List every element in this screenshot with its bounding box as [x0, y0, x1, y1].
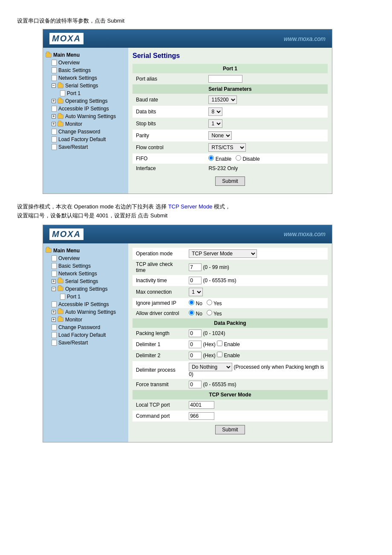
delimiter1-input[interactable]	[189, 341, 202, 348]
port-alias-row: Port alias	[133, 73, 328, 84]
ignore-jammed-yes-radio[interactable]	[207, 300, 212, 305]
sidebar-accessible-ip-2[interactable]: Accessible IP Settings	[43, 301, 128, 308]
delimiter2-cell: (Hex) Enable	[185, 350, 328, 361]
baud-rate-label: Baud rate	[133, 94, 205, 106]
sidebar-main-menu-2: Main Menu	[43, 247, 128, 254]
sidebar-network-settings-1[interactable]: Network Settings	[43, 74, 128, 82]
basic-settings-label-2: Basic Settings	[58, 263, 91, 269]
sidebar-port1-2[interactable]: Port 1	[43, 293, 128, 301]
serial-expand-icon-1[interactable]: −	[52, 84, 56, 88]
save-restart-label-1: Save/Restart	[58, 144, 88, 150]
sidebar-auto-warning-2[interactable]: + Auto Warning Settings	[43, 308, 128, 316]
accessible-ip-label-1: Accessible IP Settings	[58, 106, 109, 112]
network-settings-icon-2	[52, 271, 57, 277]
sidebar-network-settings-2[interactable]: Network Settings	[43, 270, 128, 278]
operating-expand-icon-2[interactable]: −	[52, 287, 56, 291]
max-conn-cell: 1 2 3 4	[185, 286, 328, 298]
ignore-jammed-label: Ignore jammed IP	[133, 298, 185, 308]
local-tcp-cell	[185, 399, 328, 410]
sidebar-operating-settings-1[interactable]: + Operating Settings	[43, 97, 128, 105]
delimiter2-input[interactable]	[189, 352, 202, 359]
monitor-expand-2[interactable]: +	[52, 318, 56, 322]
command-port-input[interactable]	[189, 412, 214, 420]
port1-icon-1	[60, 90, 65, 96]
sidebar-monitor-1[interactable]: + Monitor	[43, 120, 128, 128]
port1-label-2: Port 1	[67, 294, 81, 300]
network-settings-icon-1	[52, 75, 57, 81]
auto-warning-expand-1[interactable]: +	[52, 114, 56, 119]
inactivity-input[interactable]	[189, 277, 202, 284]
port-alias-label: Port alias	[133, 73, 205, 84]
panel1-submit-button[interactable]: Submit	[215, 176, 245, 186]
packing-length-row: Packing length (0 - 1024)	[133, 328, 328, 339]
flow-control-cell: RTS/CTS None XON/XOFF	[205, 142, 328, 153]
delim-process-label: Delimiter process	[133, 361, 185, 379]
monitor-expand-1[interactable]: +	[52, 122, 56, 126]
fifo-enable-radio[interactable]	[208, 155, 214, 161]
stop-bits-cell: 1 2	[205, 118, 328, 130]
sidebar-serial-settings-1[interactable]: − Serial Settings	[43, 82, 128, 90]
fifo-label: FIFO	[133, 153, 205, 164]
sidebar-serial-settings-2[interactable]: + Serial Settings	[43, 278, 128, 285]
sidebar-load-factory-1[interactable]: Load Factory Default	[43, 136, 128, 143]
sidebar-basic-settings-2[interactable]: Basic Settings	[43, 262, 128, 270]
sidebar-load-factory-2[interactable]: Load Factory Default	[43, 331, 128, 339]
auto-warning-label-2: Auto Warning Settings	[65, 309, 116, 315]
ignore-jammed-no-radio[interactable]	[189, 300, 194, 305]
auto-warning-folder-2	[58, 309, 63, 314]
monitor-label-1: Monitor	[65, 121, 82, 127]
packing-length-input[interactable]	[189, 330, 202, 337]
max-conn-row: Max connection 1 2 3 4	[133, 286, 328, 298]
main-menu-icon-1	[46, 53, 52, 58]
port1-icon-2	[60, 294, 65, 300]
delimiter1-enable-checkbox[interactable]	[217, 341, 222, 346]
change-password-icon-1	[52, 129, 57, 135]
sidebar-operating-settings-2[interactable]: − Operating Settings	[43, 285, 128, 293]
sidebar-monitor-2[interactable]: + Monitor	[43, 316, 128, 324]
interface-label: Interface	[133, 164, 205, 173]
sidebar-accessible-ip-1[interactable]: Accessible IP Settings	[43, 105, 128, 113]
allow-driver-yes-radio[interactable]	[207, 310, 212, 315]
ignore-jammed-no-label: No	[196, 301, 202, 306]
intro-text-1: 设置串口设备的波特率等参数，点击 Submit	[17, 17, 375, 25]
fifo-row: FIFO Enable Disable	[133, 153, 328, 164]
delimiter2-row: Delimiter 2 (Hex) Enable	[133, 350, 328, 361]
parity-select[interactable]: None Even Odd	[208, 131, 232, 140]
fifo-disable-label: Disable	[243, 156, 260, 162]
main-menu-icon-2	[46, 248, 52, 253]
change-password-icon-2	[52, 324, 57, 330]
local-tcp-input[interactable]	[189, 401, 214, 409]
packing-length-unit: (0 - 1024)	[203, 330, 225, 336]
force-transmit-input[interactable]	[189, 381, 202, 388]
sidebar-basic-settings-1[interactable]: Basic Settings	[43, 66, 128, 74]
flow-control-select[interactable]: RTS/CTS None XON/XOFF	[208, 143, 246, 152]
sidebar-save-restart-1[interactable]: Save/Restart	[43, 143, 128, 151]
operating-settings-table: Operation mode TCP Server Mode TCP Clien…	[133, 248, 328, 422]
stop-bits-select[interactable]: 1 2	[208, 119, 222, 128]
delim-process-select[interactable]: Do Nothing Delimiter + 1 Delimiter + 2 S…	[189, 363, 232, 371]
delimiter2-enable-checkbox[interactable]	[217, 352, 222, 357]
sidebar-port1-1[interactable]: Port 1	[43, 90, 128, 97]
data-bits-cell: 8 7	[205, 106, 328, 118]
max-conn-select[interactable]: 1 2 3 4	[189, 288, 203, 296]
sidebar-save-restart-2[interactable]: Save/Restart	[43, 339, 128, 347]
data-bits-label: Data bits	[133, 106, 205, 118]
auto-warning-expand-2[interactable]: +	[52, 310, 56, 314]
load-factory-icon-2	[52, 332, 57, 338]
serial-expand-icon-2[interactable]: +	[52, 279, 56, 283]
sidebar-auto-warning-1[interactable]: + Auto Warning Settings	[43, 113, 128, 120]
sidebar-overview-1[interactable]: Overview	[43, 59, 128, 66]
op-mode-select[interactable]: TCP Server Mode TCP Client Mode UDP Mode	[189, 249, 257, 258]
port-alias-input[interactable]	[208, 75, 242, 83]
sidebar-overview-2[interactable]: Overview	[43, 254, 128, 262]
data-bits-select[interactable]: 8 7	[208, 107, 222, 116]
sidebar-change-password-2[interactable]: Change Password	[43, 324, 128, 331]
ignore-jammed-yes-label: Yes	[213, 301, 222, 306]
panel2-submit-button[interactable]: Submit	[215, 425, 245, 434]
tcp-alive-input[interactable]	[189, 263, 202, 271]
operating-expand-icon-1[interactable]: +	[52, 99, 56, 103]
fifo-disable-radio[interactable]	[236, 155, 241, 161]
sidebar-change-password-1[interactable]: Change Password	[43, 128, 128, 136]
allow-driver-no-radio[interactable]	[189, 310, 194, 315]
baud-rate-select[interactable]: 115200 9600 19200 38400 57600	[208, 95, 237, 104]
